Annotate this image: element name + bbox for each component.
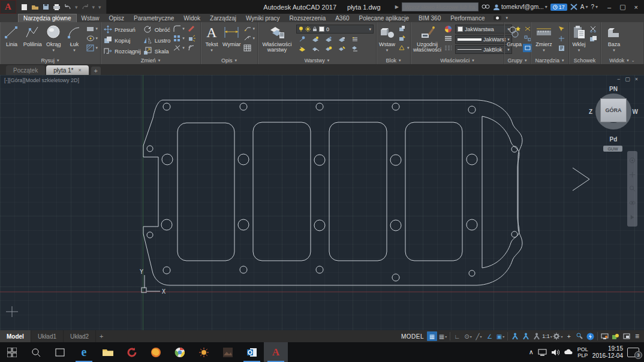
edge-app-button[interactable]: e	[72, 342, 96, 362]
table-tool-icon[interactable]	[243, 44, 252, 52]
close-button[interactable]: ×	[634, 4, 638, 11]
redo-icon[interactable]	[82, 4, 89, 10]
full-nav-wheel-icon[interactable]	[629, 157, 636, 164]
new-file-icon[interactable]	[21, 4, 28, 11]
ribbon-tab-performance[interactable]: Performance	[446, 14, 489, 22]
sign-in-icon[interactable]	[482, 4, 490, 11]
workspace-gear-button[interactable]: ▾	[553, 331, 563, 341]
ribbon-tab-widok[interactable]: Widok	[179, 14, 205, 22]
infocenter-expand-icon[interactable]: ▶	[395, 4, 399, 10]
arc-button[interactable]: Łuk ▾	[65, 23, 84, 53]
match-properties-button[interactable]: Uzgodnij właściwości	[413, 23, 441, 53]
ribbon-tab-wstaw[interactable]: Wstaw	[77, 14, 104, 22]
explode-tool-icon[interactable]	[187, 34, 196, 43]
taskbar-search-button[interactable]	[24, 342, 48, 362]
viewport-controls-label[interactable]: [-][Góra][Model szkieletowy 2D]	[4, 77, 79, 83]
viewcube[interactable]: PN Pd W Z GÓRA GUW	[590, 86, 637, 153]
annotation-scale-icon[interactable]	[531, 331, 541, 341]
file-tab-plyta[interactable]: płyta 1*×	[46, 65, 89, 75]
move-button[interactable]: Przesuń	[103, 25, 141, 34]
model-viewport[interactable]: Y X [-][Góra][Model szkieletowy 2D] − ▢ …	[0, 75, 644, 330]
insert-dropdown-icon[interactable]: ▾	[386, 47, 389, 53]
showmotion-icon[interactable]	[629, 214, 636, 221]
save-icon[interactable]	[43, 4, 49, 10]
drawing-restore-icon[interactable]: ▢	[625, 76, 630, 82]
viewcube-west-label[interactable]: Z	[589, 108, 592, 115]
ribbon-tab-bim-360[interactable]: BIM 360	[414, 14, 446, 22]
firefox-app-button[interactable]	[144, 342, 168, 362]
ortho-toggle[interactable]: ∟	[452, 331, 462, 341]
line-button[interactable]: Linia	[2, 23, 21, 47]
multileader-tool-icon[interactable]	[243, 34, 252, 43]
isolate-objects-button[interactable]	[574, 331, 585, 341]
object-snap-tracking-toggle[interactable]: ∠	[484, 331, 495, 341]
erase-tool-icon[interactable]	[187, 25, 196, 33]
rectangle-dropdown-icon[interactable]: ▾	[95, 26, 98, 31]
annotation-scale-value[interactable]: 1:1▾	[542, 331, 552, 341]
polyline-button[interactable]: Polilinia	[23, 23, 42, 47]
annotation-monitor-button[interactable]	[600, 331, 610, 341]
panel-footer-grupy[interactable]: Grupy▾	[504, 56, 530, 64]
units-monitor-button[interactable]	[610, 331, 621, 341]
autocad-app-button[interactable]: A	[264, 342, 288, 362]
ellipse-tool-icon[interactable]	[86, 34, 95, 43]
layer-merge-icon[interactable]	[350, 44, 359, 53]
minimize-button[interactable]: –	[607, 4, 611, 11]
array-dropdown-icon[interactable]: ▾	[182, 36, 185, 41]
sun-app-button[interactable]	[192, 342, 216, 362]
crosshair-button[interactable]: ＋	[564, 331, 574, 341]
ribbon-display-dropdown-icon[interactable]: ▾	[505, 16, 508, 20]
ribbon-display-icon[interactable]	[493, 15, 504, 21]
ribbon-tab-wyniki-pracy[interactable]: Wyniki pracy	[241, 14, 285, 22]
isodraft-toggle[interactable]: ╱▾	[474, 331, 484, 341]
viewcube-ucs-button[interactable]: GUW	[603, 146, 622, 152]
linetype-list-icon[interactable]	[444, 44, 453, 52]
redo-dropdown-icon[interactable]: ▾	[92, 4, 95, 10]
stretch-button[interactable]: Rozciągnij	[103, 46, 141, 56]
customization-menu-button[interactable]: ≡	[632, 331, 642, 341]
layer-properties-button[interactable]: Właściwości warstwy	[260, 23, 294, 53]
scale-button[interactable]: Skala	[143, 46, 170, 56]
qat-customize-icon[interactable]: ▾	[98, 4, 101, 10]
layout-tab-układ2[interactable]: Układ2	[64, 330, 96, 342]
language-indicator[interactable]: POLPLP	[577, 346, 588, 358]
measure-dropdown-icon[interactable]: ▾	[543, 47, 545, 53]
task-view-button[interactable]	[48, 342, 72, 362]
layout-tab-model[interactable]: Model	[0, 330, 31, 342]
paste-button[interactable]: Wklej ▾	[571, 23, 586, 53]
fillet-tool-icon[interactable]	[173, 25, 182, 33]
network-icon[interactable]	[538, 349, 547, 356]
ribbon-tab-a360[interactable]: A360	[330, 14, 354, 22]
create-block-icon[interactable]	[398, 25, 407, 33]
ribbon-tab-zarządzaj[interactable]: Zarządzaj	[205, 14, 241, 22]
multileader-dropdown-icon[interactable]: ▾	[252, 36, 255, 41]
panel-footer-blok[interactable]: Blok▾	[377, 56, 410, 64]
text-button[interactable]: A Tekst ▾	[203, 23, 220, 53]
navigation-bar[interactable]	[627, 151, 637, 227]
chrome-app-button[interactable]	[168, 342, 192, 362]
outlook-app-button[interactable]	[240, 342, 264, 362]
cut-icon[interactable]	[589, 25, 598, 33]
undo-dropdown-icon[interactable]: ▾	[75, 4, 78, 10]
color-wheel-icon[interactable]	[444, 25, 453, 33]
panel-footer-rysuj[interactable]: Rysuj▾	[0, 56, 100, 64]
drawing-close-icon[interactable]: ×	[635, 76, 638, 82]
ribbon-tab-rozszerzenia[interactable]: Rozszerzenia	[285, 14, 331, 22]
trim-dropdown-icon[interactable]: ▾	[182, 46, 185, 50]
file-explorer-button[interactable]	[96, 342, 120, 362]
array-tool-icon[interactable]	[173, 34, 182, 43]
leader-dropdown-icon[interactable]: ▾	[252, 26, 255, 31]
undo-icon[interactable]	[64, 4, 71, 10]
trim-tool-icon[interactable]	[173, 44, 182, 52]
orbit-icon[interactable]	[629, 200, 636, 206]
search-input[interactable]	[402, 2, 479, 11]
lineweight-select[interactable]: JakWarst▾	[455, 35, 512, 44]
onedrive-icon[interactable]	[564, 349, 573, 355]
layout-tab-układ1[interactable]: Układ1	[31, 330, 64, 342]
polar-tracking-toggle[interactable]: ⊙▾	[463, 331, 473, 341]
graphics-performance-button[interactable]	[585, 331, 595, 341]
rectangle-tool-icon[interactable]	[86, 25, 95, 33]
layer-isolate-icon[interactable]	[311, 35, 320, 43]
mirror-button[interactable]: Lustro	[143, 35, 170, 45]
panel-footer-wlasciwosci[interactable]: Właściwości▾	[411, 56, 504, 64]
